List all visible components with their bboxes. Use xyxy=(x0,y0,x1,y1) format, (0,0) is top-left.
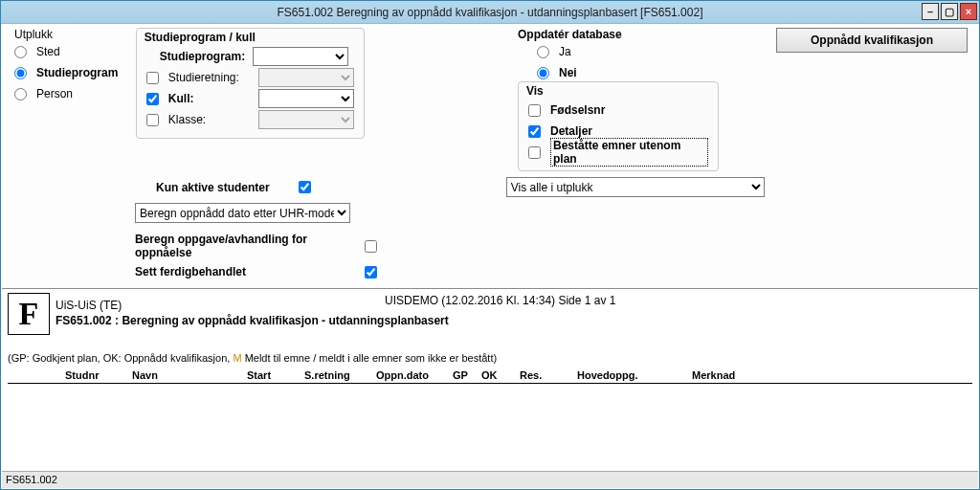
minimize-button[interactable]: – xyxy=(922,3,939,20)
report-header: F UiS-UiS (TE) FS651.002 : Beregning av … xyxy=(8,293,972,335)
check-detaljer[interactable] xyxy=(528,125,541,138)
studie-legend: Studieprogram / kull xyxy=(143,31,354,44)
combo-studieretning[interactable] xyxy=(258,68,354,87)
oppnadd-button[interactable]: Oppnådd kvalifikasjon xyxy=(776,28,968,53)
report-title: FS651.002 : Beregning av oppnådd kvalifi… xyxy=(56,314,449,329)
row-sett-ferdig: Sett ferdigbehandlet xyxy=(135,265,968,278)
radio-sted[interactable] xyxy=(14,46,27,58)
label-sett-ferdig: Sett ferdigbehandlet xyxy=(135,265,365,278)
radio-ja[interactable] xyxy=(537,46,549,58)
col-gp: GP xyxy=(453,369,481,381)
report-area: F UiS-UiS (TE) FS651.002 : Beregning av … xyxy=(2,288,978,470)
label-studieretning: Studieretning: xyxy=(168,71,253,84)
oppdater-legend: Oppdatér database xyxy=(518,28,719,41)
col-merknad: Merknad xyxy=(692,369,768,381)
combo-beregn-modell[interactable]: Beregn oppnådd dato etter UHR-modell xyxy=(135,203,350,223)
col-start: Start xyxy=(247,369,304,381)
app-window: FS651.002 Beregning av oppnådd kvalifika… xyxy=(0,0,980,490)
label-detaljer: Detaljer xyxy=(550,124,592,138)
vis-legend: Vis xyxy=(524,84,708,98)
col-res: Res. xyxy=(520,369,577,381)
label-person: Person xyxy=(36,87,73,100)
combo-vis-alle[interactable]: Vis alle i utplukk xyxy=(506,177,765,197)
label-bestatte: Beståtte emner utenom plan xyxy=(550,138,708,167)
row-beregn-modell: Beregn oppnådd dato etter UHR-modell xyxy=(135,203,968,223)
label-kull: Kull: xyxy=(168,92,253,105)
col-oppndato: Oppn.dato xyxy=(376,369,453,381)
check-klasse[interactable] xyxy=(146,114,159,126)
form-area: Utplukk Sted Studieprogram Person Studie… xyxy=(1,24,979,284)
maximize-button[interactable]: ▢ xyxy=(941,3,958,20)
label-sted: Sted xyxy=(36,45,60,58)
label-fodselsnr: Fødselsnr xyxy=(550,103,605,117)
col-hovedoppg: Hovedoppg. xyxy=(577,369,692,381)
close-button[interactable]: × xyxy=(960,3,977,20)
report-note-pre: (GP: Godkjent plan, OK: Oppnådd kvalifik… xyxy=(8,352,233,364)
status-text: FS651.002 xyxy=(6,474,57,485)
check-beregn-oppgave[interactable] xyxy=(365,240,377,253)
utplukk-legend: Utplukk xyxy=(14,28,126,41)
studieprogram-group: Studieprogram / kull Studieprogram: Stud… xyxy=(136,28,365,139)
check-bestatte[interactable] xyxy=(528,146,541,159)
report-note-post: Meldt til emne / meldt i alle emner som … xyxy=(242,352,498,364)
window-buttons: – ▢ × xyxy=(922,3,977,20)
col-sretning: S.retning xyxy=(304,369,376,381)
mid-row: Kun aktive studenter Vis alle i utplukk xyxy=(156,177,968,197)
utplukk-group: Utplukk Sted Studieprogram Person xyxy=(12,28,126,104)
combo-klasse[interactable] xyxy=(258,110,354,129)
check-kun-aktive[interactable] xyxy=(299,181,311,193)
combo-studieprogram[interactable] xyxy=(253,47,348,66)
col-navn: Navn xyxy=(132,369,247,381)
vis-group: Vis Fødselsnr Detaljer Beståtte emner ut… xyxy=(518,81,719,171)
report-meta: UISDEMO (12.02.2016 Kl. 14:34) Side 1 av… xyxy=(385,294,615,307)
window-title: FS651.002 Beregning av oppnådd kvalifika… xyxy=(278,6,703,19)
check-kull[interactable] xyxy=(146,93,159,105)
report-logo-icon: F xyxy=(8,293,50,335)
label-studieprogram-field: Studieprogram: xyxy=(146,50,247,63)
label-klasse: Klasse: xyxy=(168,113,253,126)
label-studieprogram: Studieprogram xyxy=(36,66,118,79)
label-beregn-oppgave: Beregn oppgave/avhandling for oppnåelse xyxy=(135,233,365,259)
check-studieretning[interactable] xyxy=(146,72,159,84)
label-ja: Ja xyxy=(559,45,571,58)
check-sett-ferdig[interactable] xyxy=(365,266,377,278)
radio-person[interactable] xyxy=(14,88,27,100)
radio-nei[interactable] xyxy=(537,67,549,79)
radio-studieprogram[interactable] xyxy=(14,67,27,79)
right-column: Oppdatér database Ja Nei Oppnådd kvalifi… xyxy=(518,28,968,171)
report-note-m: M xyxy=(233,352,241,364)
statusbar: FS651.002 xyxy=(2,471,978,488)
report-columns: Studnr Navn Start S.retning Oppn.dato GP… xyxy=(8,369,972,384)
titlebar: FS651.002 Beregning av oppnådd kvalifika… xyxy=(1,1,979,24)
report-note: (GP: Godkjent plan, OK: Oppnådd kvalifik… xyxy=(8,352,972,364)
label-nei: Nei xyxy=(559,66,577,79)
label-kun-aktive: Kun aktive studenter xyxy=(156,181,270,194)
col-ok: OK xyxy=(481,369,520,381)
row-beregn-oppgave: Beregn oppgave/avhandling for oppnåelse xyxy=(135,233,968,259)
col-studnr: Studnr xyxy=(65,369,132,381)
oppdater-group: Oppdatér database Ja Nei xyxy=(518,28,719,83)
combo-kull[interactable] xyxy=(258,89,354,108)
check-fodselsnr[interactable] xyxy=(528,104,541,117)
